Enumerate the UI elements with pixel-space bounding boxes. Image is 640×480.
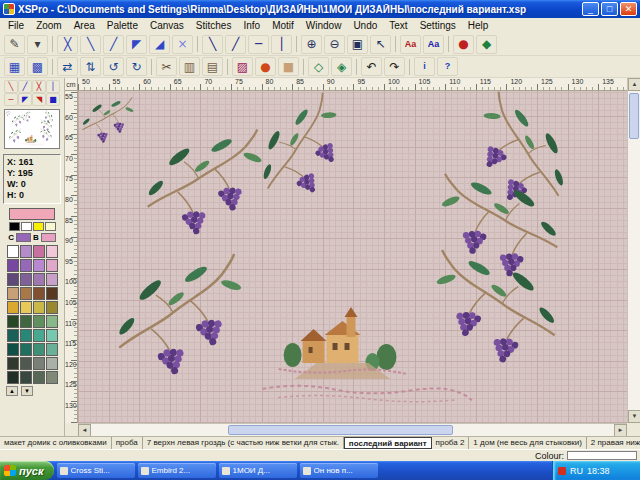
menu-palette[interactable]: Palette: [101, 19, 144, 32]
tab-0[interactable]: макет домик с оливковками: [0, 437, 112, 449]
palette-color-17[interactable]: [20, 301, 32, 314]
menu-text[interactable]: Text: [383, 19, 413, 32]
dir-stitch-quarter[interactable]: ◤: [18, 93, 32, 106]
rotate-right[interactable]: ↻: [126, 57, 147, 76]
menu-canvas[interactable]: Canvas: [144, 19, 190, 32]
dir-stitch-vert[interactable]: │: [46, 80, 60, 93]
basic-color-2[interactable]: [33, 222, 44, 231]
palette-color-13[interactable]: [20, 287, 32, 300]
palette-color-39[interactable]: [46, 371, 58, 384]
tray-app-icon[interactable]: [558, 467, 566, 475]
palette-color-7[interactable]: [46, 259, 58, 272]
tool-quarter-stitch-tl[interactable]: ◤: [126, 35, 147, 54]
palette-color-0[interactable]: [7, 245, 19, 258]
cut-area[interactable]: ✂: [156, 57, 177, 76]
zoom-in-tool[interactable]: ⊕: [301, 35, 322, 54]
palette-color-10[interactable]: [33, 273, 45, 286]
current-color-swatch[interactable]: [9, 208, 55, 220]
info-button[interactable]: i: [414, 57, 435, 76]
dir-stitch-cross[interactable]: ╳: [32, 80, 46, 93]
menu-settings[interactable]: Settings: [414, 19, 462, 32]
zoom-out-tool[interactable]: ⊖: [324, 35, 345, 54]
taskbar-item-1[interactable]: Embird 2...: [138, 463, 216, 478]
palette-color-23[interactable]: [46, 315, 58, 328]
palette-color-21[interactable]: [20, 315, 32, 328]
dir-stitch-horz[interactable]: ─: [4, 93, 18, 106]
taskbar-item-2[interactable]: 1МОИ Д...: [219, 463, 297, 478]
tool-full-stitch[interactable]: ╳: [57, 35, 78, 54]
dir-stitch-ne[interactable]: ╱: [18, 80, 32, 93]
undo-button[interactable]: ↶: [361, 57, 382, 76]
palette-color-38[interactable]: [33, 371, 45, 384]
flip-horizontal[interactable]: ⇄: [57, 57, 78, 76]
dir-stitch-three-quarter[interactable]: ◥: [32, 93, 46, 106]
palette-color-28[interactable]: [7, 343, 19, 356]
tab-2[interactable]: 7 верхн левая гроздь (с частью ниж ветки…: [143, 437, 344, 449]
menu-zoom[interactable]: Zoom: [30, 19, 68, 32]
palette-scroll-up-icon[interactable]: ▲: [6, 386, 18, 396]
menu-undo[interactable]: Undo: [347, 19, 383, 32]
color-pick-tool[interactable]: ●: [453, 35, 474, 54]
scroll-down-icon[interactable]: ▼: [628, 410, 640, 423]
palette-color-1[interactable]: [20, 245, 32, 258]
tool-line-horizontal[interactable]: ─: [248, 35, 269, 54]
tool-half-stitch-fwd[interactable]: ╱: [103, 35, 124, 54]
palette-color-2[interactable]: [33, 245, 45, 258]
horizontal-scroll-thumb[interactable]: [228, 425, 453, 435]
vertical-scroll-thumb[interactable]: [629, 93, 639, 139]
palette-color-33[interactable]: [20, 357, 32, 370]
palette-color-31[interactable]: [46, 343, 58, 356]
tab-3[interactable]: последний вариант: [344, 437, 432, 449]
grid-toggle[interactable]: ▦: [4, 57, 25, 76]
tool-half-stitch-back[interactable]: ╲: [80, 35, 101, 54]
taskbar-item-0[interactable]: Cross Sti...: [57, 463, 135, 478]
palette-color-37[interactable]: [20, 371, 32, 384]
menu-file[interactable]: File: [2, 19, 30, 32]
flip-vertical[interactable]: ⇅: [80, 57, 101, 76]
dir-stitch-full[interactable]: ■: [46, 93, 60, 106]
tool-quarter-stitch-br[interactable]: ◢: [149, 35, 170, 54]
paste-area[interactable]: ▤: [202, 57, 223, 76]
palette-color-29[interactable]: [20, 343, 32, 356]
palette-color-19[interactable]: [46, 301, 58, 314]
basic-color-1[interactable]: [21, 222, 32, 231]
palette-scroll-down-icon[interactable]: ▼: [21, 386, 33, 396]
palette-color-8[interactable]: [7, 273, 19, 286]
tool-backstitch-fwd[interactable]: ╱: [225, 35, 246, 54]
palette-color-34[interactable]: [33, 357, 45, 370]
palette-color-6[interactable]: [33, 259, 45, 272]
palette-color-4[interactable]: [7, 259, 19, 272]
palette-color-16[interactable]: [7, 301, 19, 314]
scroll-up-icon[interactable]: ▲: [628, 78, 640, 91]
dir-stitch-nw[interactable]: ╲: [4, 80, 18, 93]
palette-color-5[interactable]: [20, 259, 32, 272]
palette-color-32[interactable]: [7, 357, 19, 370]
pencil-tool[interactable]: ✎: [4, 35, 25, 54]
zoom-area-tool[interactable]: ▣: [347, 35, 368, 54]
start-button[interactable]: пуск: [0, 461, 54, 480]
minimize-button[interactable]: _: [582, 2, 599, 16]
motif-tool[interactable]: ◆: [476, 35, 497, 54]
basic-color-3[interactable]: [45, 222, 56, 231]
menu-window[interactable]: Window: [300, 19, 348, 32]
tool-line-vertical[interactable]: │: [271, 35, 292, 54]
tab-1[interactable]: проба: [112, 437, 143, 449]
rotate-left[interactable]: ↺: [103, 57, 124, 76]
redo-button[interactable]: ↷: [384, 57, 405, 76]
palette-color-18[interactable]: [33, 301, 45, 314]
b-color-swatch[interactable]: [41, 233, 56, 242]
c-color-swatch[interactable]: [16, 233, 31, 242]
palette-color-22[interactable]: [33, 315, 45, 328]
help-button[interactable]: ?: [437, 57, 458, 76]
menu-stitches[interactable]: Stitches: [190, 19, 238, 32]
palette-color-25[interactable]: [20, 329, 32, 342]
palette-color-26[interactable]: [33, 329, 45, 342]
text-cyrillic-tool[interactable]: Аа: [423, 35, 444, 54]
palette-color-27[interactable]: [46, 329, 58, 342]
palette-color-35[interactable]: [46, 357, 58, 370]
stamp-motif[interactable]: ◈: [331, 57, 352, 76]
menu-info[interactable]: Info: [237, 19, 266, 32]
menu-motif[interactable]: Motif: [266, 19, 300, 32]
tab-4[interactable]: проба 2: [432, 437, 470, 449]
palette-editor[interactable]: ▨: [232, 57, 253, 76]
